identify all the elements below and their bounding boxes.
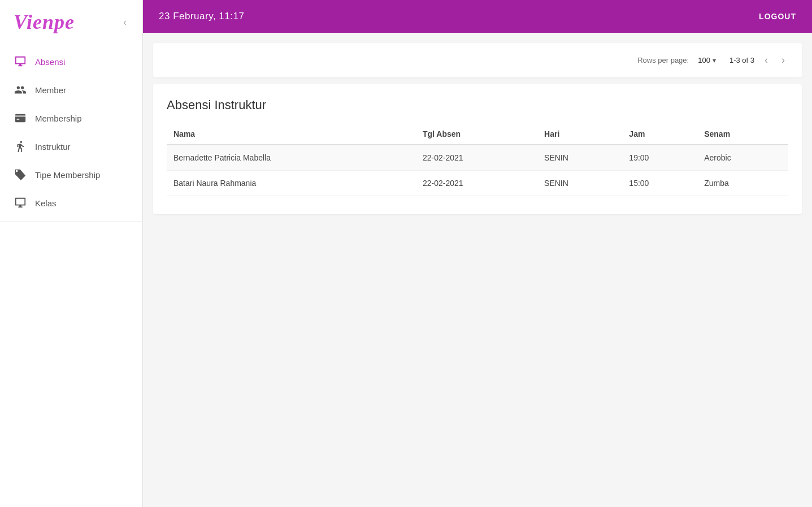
sidebar: Vienpe ‹ Absensi Member [0,0,143,507]
col-nama: Nama [167,124,416,145]
sidebar-item-tipe-membership[interactable]: Tipe Membership [0,161,142,189]
main-content: 23 February, 11:17 LOGOUT Rows per page:… [143,0,812,507]
cell-jam: 19:00 [622,145,697,171]
sidebar-item-instruktur[interactable]: Instruktur [0,132,142,161]
cell-nama: Bernadette Patricia Mabella [167,145,416,171]
app-logo: Vienpe [14,10,75,34]
rows-per-page-value: 100 [698,56,710,64]
people-icon [14,84,27,96]
cell-senam: Aerobic [697,145,788,171]
nav-divider [0,222,142,222]
sidebar-label-member: Member [35,85,66,95]
topbar-datetime: 23 February, 11:17 [159,11,244,22]
table-row: Batari Naura Rahmania22-02-2021SENIN15:0… [167,171,788,196]
pagination-info: 1-3 of 3 [730,56,754,64]
cell-tgl_absen: 22-02-2021 [416,145,537,171]
sidebar-item-membership[interactable]: Membership [0,104,142,132]
absensi-instruktur-title: Absensi Instruktur [167,98,788,112]
sidebar-label-tipe-membership: Tipe Membership [35,170,100,180]
topbar: 23 February, 11:17 LOGOUT [143,0,812,33]
pagination-prev-button[interactable]: ‹ [761,53,771,67]
card-icon [14,112,27,124]
chevron-down-icon: ▾ [713,57,716,64]
content-area: Rows per page: 100 ▾ 1-3 of 3 ‹ › Absens… [143,33,812,507]
display-icon [14,197,27,209]
rows-per-page-select[interactable]: 100 ▾ [696,55,718,66]
sidebar-nav: Absensi Member Membership [0,43,142,231]
sidebar-item-member[interactable]: Member [0,76,142,104]
cell-hari: SENIN [537,171,622,196]
table-row: Bernadette Patricia Mabella22-02-2021SEN… [167,145,788,171]
cell-hari: SENIN [537,145,622,171]
col-senam: Senam [697,124,788,145]
cell-senam: Zumba [697,171,788,196]
sidebar-item-kelas[interactable]: Kelas [0,189,142,217]
table-body: Bernadette Patricia Mabella22-02-2021SEN… [167,145,788,196]
monitor-icon [14,55,27,68]
absensi-instruktur-table: Nama Tgl Absen Hari Jam Senam Bernadette… [167,124,788,196]
col-jam: Jam [622,124,697,145]
table-header: Nama Tgl Absen Hari Jam Senam [167,124,788,145]
sidebar-label-membership: Membership [35,114,82,123]
sidebar-item-absensi[interactable]: Absensi [0,47,142,76]
sidebar-collapse-button[interactable]: ‹ [121,14,129,31]
col-hari: Hari [537,124,622,145]
sidebar-label-absensi: Absensi [35,57,65,67]
cell-tgl_absen: 22-02-2021 [416,171,537,196]
pagination-next-button[interactable]: › [778,53,788,67]
absensi-instruktur-card: Absensi Instruktur Nama Tgl Absen Hari J… [153,84,802,214]
sidebar-logo-area: Vienpe ‹ [0,0,142,43]
pagination-card: Rows per page: 100 ▾ 1-3 of 3 ‹ › [153,43,802,77]
cell-jam: 15:00 [622,171,697,196]
logout-button[interactable]: LOGOUT [759,12,796,21]
cell-nama: Batari Naura Rahmania [167,171,416,196]
sidebar-label-instruktur: Instruktur [35,142,71,151]
tag-icon [14,168,27,181]
sidebar-label-kelas: Kelas [35,198,57,208]
rows-per-page-label: Rows per page: [637,56,689,64]
run-icon [14,140,27,153]
col-tgl-absen: Tgl Absen [416,124,537,145]
